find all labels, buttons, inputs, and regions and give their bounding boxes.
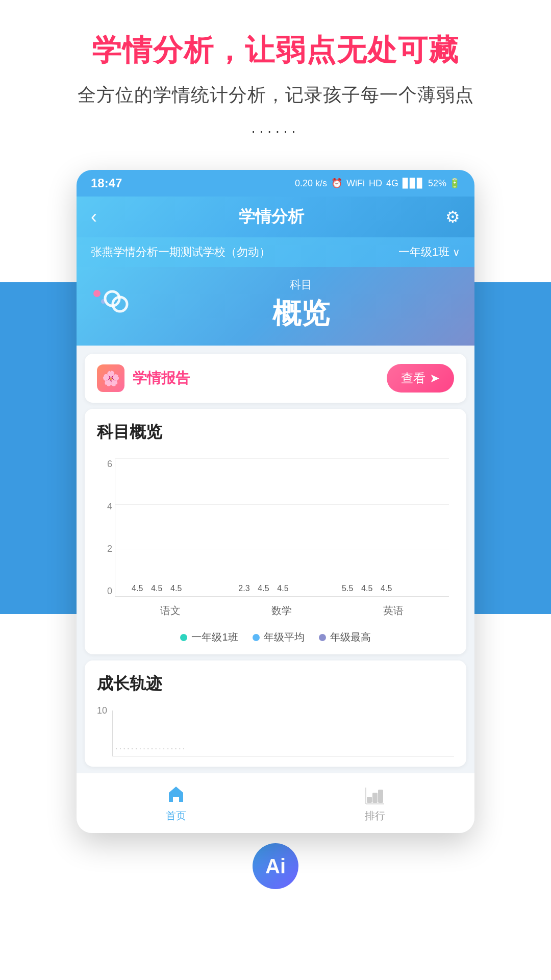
status-icons: 0.20 k/s ⏰ WiFi HD 4G ▊▊▊ 52% 🔋: [295, 178, 460, 189]
y-label-6: 6: [107, 459, 112, 470]
legend-class: 一年级1班: [180, 630, 238, 644]
nav-home-label: 首页: [166, 809, 186, 823]
nav-ranking-label: 排行: [365, 809, 385, 823]
back-button[interactable]: ‹: [91, 206, 97, 228]
chart-legend: 一年级1班 年级平均 年级最高: [97, 630, 454, 644]
bar-label-yuwen-class: 4.5: [132, 584, 143, 593]
dropdown-arrow-icon: ∨: [453, 246, 460, 258]
ai-area: Ai: [0, 843, 551, 910]
legend-dot-max: [319, 634, 326, 641]
network-icon: 0.20 k/s: [295, 178, 327, 189]
bottom-nav: 首页 排行: [77, 773, 474, 833]
legend-max: 年级最高: [319, 630, 371, 644]
top-section: 学情分析，让弱点无处可藏 全方位的学情统计分析，记录孩子每一个薄弱点 ·····…: [0, 0, 551, 170]
content-area: 🌸 学情报告 查看 ➤ 科目概览 0 2 4: [77, 354, 474, 767]
bar-label-shuxue-avg: 4.5: [258, 584, 269, 593]
legend-label-avg: 年级平均: [264, 630, 305, 644]
school-name: 张燕学情分析一期测试学校（勿动）: [91, 244, 270, 260]
wifi-icon: WiFi: [346, 178, 365, 189]
alarm-icon: ⏰: [331, 178, 342, 189]
bar-label-yingyu-class: 5.5: [342, 584, 353, 593]
settings-button[interactable]: ⚙: [445, 207, 460, 227]
svg-rect-3: [372, 793, 378, 803]
header-title: 学情分析: [239, 206, 304, 228]
bar-label-yingyu-max: 4.5: [381, 584, 392, 593]
chart-drawing-area: 4.5 4.5 4.5: [115, 459, 449, 597]
subject-info: 科目 概览: [142, 277, 460, 333]
subject-overview-title: 科目概览: [97, 421, 454, 444]
ranking-icon: [363, 781, 387, 806]
report-icon: 🌸: [97, 364, 124, 392]
arrow-circle-icon: ➤: [430, 371, 440, 385]
legend-label-max: 年级最高: [330, 630, 371, 644]
bar-label-shuxue-class: 2.3: [238, 584, 249, 593]
hd-icon: HD: [369, 178, 382, 189]
bar-label-shuxue-max: 4.5: [277, 584, 288, 593]
status-time: 18:47: [91, 176, 122, 190]
svg-rect-4: [378, 790, 383, 803]
link-chain-icon: [102, 287, 130, 315]
bar-chart: 0 2 4 6: [97, 454, 454, 622]
legend-avg: 年级平均: [253, 630, 305, 644]
battery-icon: 52% 🔋: [428, 178, 460, 189]
dots-decoration: ······: [20, 123, 531, 139]
ai-badge[interactable]: Ai: [253, 843, 298, 889]
status-bar: 18:47 0.20 k/s ⏰ WiFi HD 4G ▊▊▊ 52% 🔋: [77, 170, 474, 197]
svg-rect-2: [367, 797, 372, 803]
phone-wrapper: 18:47 0.20 k/s ⏰ WiFi HD 4G ▊▊▊ 52% 🔋 ‹ …: [77, 170, 474, 833]
bar-label-yingyu-avg: 4.5: [361, 584, 372, 593]
school-bar: 张燕学情分析一期测试学校（勿动） 一年级1班 ∨: [77, 237, 474, 267]
subject-overview-chart-section: 科目概览 0 2 4 6: [85, 409, 466, 654]
ai-label: Ai: [265, 855, 286, 878]
nav-home[interactable]: 首页: [164, 781, 188, 823]
y-label-4: 4: [107, 501, 112, 512]
x-label-yuwen: 语文: [115, 604, 226, 618]
y-label-0: 0: [107, 586, 112, 597]
phone-screen: 18:47 0.20 k/s ⏰ WiFi HD 4G ▊▊▊ 52% 🔋 ‹ …: [77, 170, 474, 833]
legend-label-class: 一年级1班: [191, 630, 238, 644]
x-axis-labels: 语文 数学 英语: [115, 599, 449, 622]
main-title: 学情分析，让弱点无处可藏: [20, 31, 531, 70]
growth-data-preview: · · · · · · · · · · · · · · · · · ·: [113, 741, 454, 756]
circle-pink-decoration: [93, 290, 101, 297]
bar-label-yuwen-max: 4.5: [170, 584, 182, 593]
x-label-yingyu: 英语: [338, 604, 449, 618]
x-label-shuxue: 数学: [226, 604, 337, 618]
signal-icon: ▊▊▊: [403, 178, 424, 189]
legend-dot-avg: [253, 634, 260, 641]
view-btn-label: 查看: [401, 370, 425, 386]
y-label-2: 2: [107, 544, 112, 554]
flower-icon: 🌸: [102, 370, 120, 387]
growth-chart-preview: 10 · · · · · · · · · · · · · · · · · ·: [97, 705, 454, 756]
report-title: 学情报告: [133, 369, 190, 388]
growth-y-max: 10: [97, 705, 107, 716]
nav-ranking[interactable]: 排行: [363, 781, 387, 823]
subject-card: 科目 概览: [77, 267, 474, 346]
class-selector[interactable]: 一年级1班 ∨: [398, 244, 460, 260]
overview-text: 概览: [272, 295, 330, 333]
subject-icon-area: [91, 285, 132, 326]
growth-section-title: 成长轨迹: [97, 673, 454, 695]
app-header: ‹ 学情分析 ⚙: [77, 197, 474, 237]
report-card: 🌸 学情报告 查看 ➤: [85, 354, 466, 403]
class-name: 一年级1班: [398, 244, 449, 260]
growth-section: 成长轨迹 10 · · · · · · · · · · · · · · · · …: [85, 660, 466, 767]
view-report-button[interactable]: 查看 ➤: [387, 364, 454, 393]
growth-chart-area: · · · · · · · · · · · · · · · · · ·: [112, 710, 454, 756]
sub-title: 全方位的学情统计分析，记录孩子每一个薄弱点: [20, 83, 531, 108]
legend-dot-class: [180, 634, 187, 641]
home-icon: [164, 781, 188, 806]
4g-icon: 4G: [386, 178, 398, 189]
subject-label: 科目: [290, 277, 312, 292]
report-left: 🌸 学情报告: [97, 364, 190, 392]
y-axis: 0 2 4 6: [97, 459, 112, 597]
bar-label-yuwen-avg: 4.5: [151, 584, 162, 593]
